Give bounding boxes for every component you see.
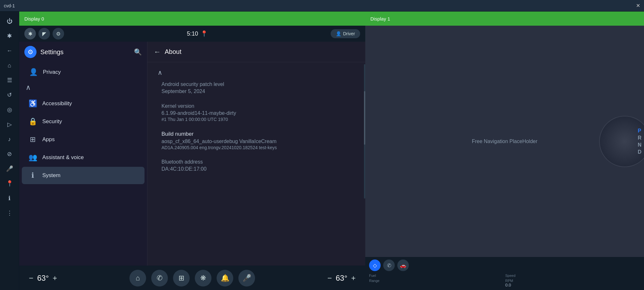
nav-placeholder: Free Navigation PlaceHolder P R N D [365, 26, 644, 257]
status-time: 5:10 [187, 30, 198, 37]
kernel-sub: #1 Thu Jan 1 00:00:00 UTC 1970 [161, 117, 355, 122]
temp-increase-left[interactable]: + [53, 274, 57, 283]
apps-label: Apps [42, 136, 55, 143]
security-icon: 🔒 [28, 117, 37, 126]
about-item-security-patch: Android security patch level September 5… [158, 81, 355, 94]
driver-button[interactable]: 👤 Driver [331, 29, 360, 38]
build-sub: AD1A.240905.004 eng.trongv.20241020.1825… [161, 145, 355, 150]
prnd-p: P [638, 128, 641, 134]
signal-status-icon[interactable]: ◤ [38, 28, 50, 39]
more-sidebar-button[interactable]: ⋮ [3, 207, 16, 219]
range-label: Range [369, 279, 504, 283]
driver-icon: 👤 [336, 31, 341, 36]
close-button[interactable]: ✕ [636, 3, 640, 9]
display1-header: Display 1 [365, 12, 644, 26]
temp-control-right: − 63° + [327, 274, 356, 283]
mic-sidebar-button[interactable]: 🎤 [3, 162, 16, 175]
display0-panel: Display 0 ✱ ◤ ⚙ 5:10 📍 👤 Driver [19, 12, 365, 290]
privacy-label: Privacy [43, 69, 61, 75]
stats-row: Fuel Speed Range RPM 0.0 [369, 274, 640, 287]
assistant-icon: 👥 [28, 153, 37, 162]
settings-app-icon: ⚙ [24, 46, 37, 58]
display1-panel: Display 1 Free Navigation PlaceHolder P … [365, 12, 644, 290]
about-item-build[interactable]: Build number aosp_cf_x86_64_auto-userdeb… [158, 131, 355, 150]
temp-decrease-right[interactable]: − [327, 274, 332, 283]
fan-nav-button[interactable]: ❋ [195, 270, 211, 286]
settings-search-button[interactable]: 🔍 [134, 48, 142, 56]
sidebar-item-accessibility[interactable]: ♿ Accessibility [22, 95, 144, 112]
speed-label: Speed [505, 274, 640, 277]
about-title: About [165, 48, 181, 55]
d1-nav-icon[interactable]: ◇ [369, 260, 381, 271]
security-label: Security [42, 118, 62, 125]
speed-stat: Speed [505, 274, 640, 277]
bluetooth-sidebar-button[interactable]: ✱ [3, 30, 16, 42]
back-sidebar-button[interactable]: ← [3, 44, 16, 57]
phone-nav-button[interactable]: ✆ [151, 270, 168, 286]
volume-sidebar-button[interactable]: ▷ [3, 118, 16, 131]
d1-car-icon[interactable]: 🚗 [397, 260, 409, 271]
privacy-icon: 👤 [29, 68, 38, 76]
build-value: aosp_cf_x86_64_auto-userdebug VanillaIce… [161, 139, 355, 144]
sidebar-item-privacy[interactable]: 👤 Privacy [19, 64, 147, 81]
about-section-toggle[interactable]: ∧ [158, 69, 355, 76]
sidebar-item-security[interactable]: 🔒 Security [22, 113, 144, 130]
sidebar-item-assistant[interactable]: 👥 Assistant & voice [22, 149, 144, 166]
temp-increase-right[interactable]: + [351, 274, 356, 283]
d1-phone-icon[interactable]: ✆ [383, 260, 395, 271]
system-label: System [42, 172, 61, 179]
home-sidebar-button[interactable]: ⌂ [3, 59, 16, 72]
grid-nav-button[interactable]: ⊞ [173, 270, 190, 286]
accessibility-icon: ♿ [28, 99, 37, 108]
rpm-label: RPM [505, 279, 640, 283]
fuel-stat: Fuel [369, 274, 504, 277]
history-sidebar-button[interactable]: ↺ [3, 89, 16, 101]
bluetooth-status-icon[interactable]: ✱ [24, 28, 36, 39]
location-sidebar-button[interactable]: 📍 [3, 177, 16, 190]
sound-sidebar-button[interactable]: ♪ [3, 133, 16, 146]
range-stat: Range [369, 279, 504, 287]
prnd-n: N [638, 142, 641, 148]
fuel-label: Fuel [369, 274, 504, 277]
status-bar: ✱ ◤ ⚙ 5:10 📍 👤 Driver [19, 26, 365, 42]
about-item-kernel: Kernel version 6.1.99-android14-11-maybe… [158, 103, 355, 122]
settings-sidebar: ⚙ Settings 🔍 👤 Privacy ∧ [19, 42, 147, 266]
power-button[interactable]: ⏻ [3, 15, 16, 28]
home-nav-button[interactable]: ⌂ [129, 270, 146, 286]
apps-icon: ⊞ [28, 135, 37, 144]
location-status-icon: 📍 [201, 30, 208, 37]
collapse-toggle[interactable]: ∧ [19, 81, 147, 94]
display1-label: Display 1 [370, 16, 390, 21]
content-area: ⚙ Settings 🔍 👤 Privacy ∧ [19, 42, 365, 266]
menu-sidebar-button[interactable]: ☰ [3, 74, 16, 87]
bluetooth-address-title: Bluetooth address [161, 159, 355, 165]
sidebar-item-system[interactable]: ℹ System [22, 167, 144, 184]
radio-sidebar-button[interactable]: ◎ [3, 103, 16, 116]
nav-disc [599, 116, 644, 167]
bluetooth-address-value: DA:4C:10:DE:17:00 [161, 166, 355, 172]
sidebar-item-apps[interactable]: ⊞ Apps [22, 131, 144, 148]
about-back-button[interactable]: ← [154, 48, 161, 56]
settings-status-icon[interactable]: ⚙ [53, 28, 64, 39]
settings-list: 👤 Privacy ∧ ♿ Accessibility 🔒 [19, 62, 147, 266]
prnd-d: D [638, 149, 641, 155]
driver-label: Driver [343, 31, 355, 36]
bottom-nav-icons: ⌂ ✆ ⊞ ❋ 🔔 🎤 [129, 270, 255, 286]
window-title: cvd-1 [4, 3, 15, 8]
rpm-stat: RPM 0.0 [505, 279, 640, 287]
mute-sidebar-button[interactable]: ⊘ [3, 148, 16, 160]
main-container: ⏻ ✱ ← ⌂ ☰ ↺ ◎ ▷ ♪ ⊘ 🎤 📍 ℹ ⋮ Display 0 ✱ … [0, 12, 644, 290]
collapse-icon: ∧ [26, 83, 31, 92]
about-header: ← About [147, 42, 365, 62]
bell-nav-button[interactable]: 🔔 [217, 270, 233, 286]
display1-icons-row: ◇ ✆ 🚗 [369, 260, 640, 271]
info-sidebar-button[interactable]: ℹ [3, 192, 16, 205]
mic-nav-button[interactable]: 🎤 [238, 270, 255, 286]
display1-bottom: ◇ ✆ 🚗 Fuel Speed Range [365, 257, 644, 290]
rpm-value: 0.0 [505, 283, 640, 287]
icon-sidebar: ⏻ ✱ ← ⌂ ☰ ↺ ◎ ▷ ♪ ⊘ 🎤 📍 ℹ ⋮ [0, 12, 19, 290]
bottom-bar: − 63° + ⌂ ✆ ⊞ ❋ 🔔 🎤 − 63° + [19, 266, 365, 290]
status-right: 👤 Driver [331, 29, 360, 38]
temp-decrease-left[interactable]: − [29, 274, 33, 283]
settings-header: ⚙ Settings 🔍 [19, 42, 147, 62]
